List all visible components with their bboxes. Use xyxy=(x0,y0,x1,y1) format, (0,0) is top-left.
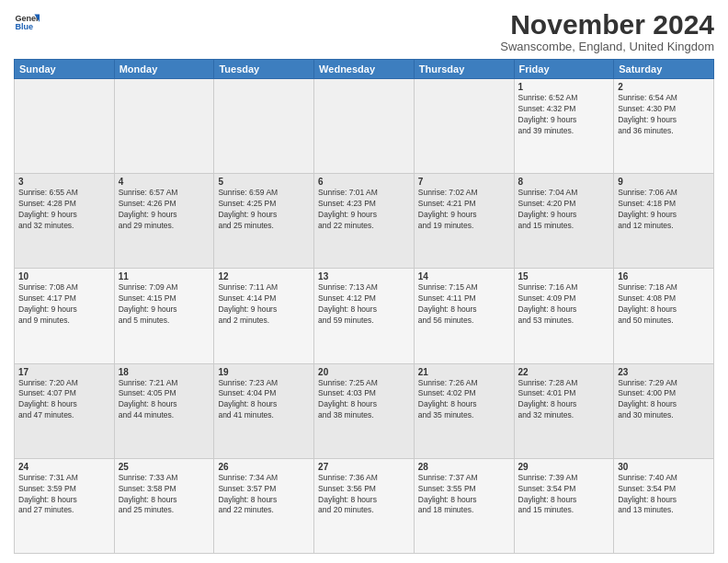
header: General Blue November 2024 Swanscombe, E… xyxy=(14,9,714,53)
calendar-cell: 9Sunrise: 7:06 AM Sunset: 4:18 PM Daylig… xyxy=(614,174,714,269)
location: Swanscombe, England, United Kingdom xyxy=(500,40,714,53)
calendar-cell xyxy=(114,79,214,174)
calendar-cell: 1Sunrise: 6:52 AM Sunset: 4:32 PM Daylig… xyxy=(514,79,614,174)
day-info: Sunrise: 7:23 AM Sunset: 4:04 PM Dayligh… xyxy=(218,378,310,422)
day-number: 2 xyxy=(618,82,710,92)
calendar-week-5: 24Sunrise: 7:31 AM Sunset: 3:59 PM Dayli… xyxy=(15,458,714,553)
day-number: 13 xyxy=(318,271,410,282)
day-number: 12 xyxy=(218,271,310,282)
svg-text:Blue: Blue xyxy=(15,22,33,31)
day-number: 3 xyxy=(18,177,110,187)
day-info: Sunrise: 7:08 AM Sunset: 4:17 PM Dayligh… xyxy=(18,282,110,327)
day-info: Sunrise: 7:33 AM Sunset: 3:58 PM Dayligh… xyxy=(119,473,210,517)
day-number: 23 xyxy=(618,367,710,377)
calendar-cell: 14Sunrise: 7:15 AM Sunset: 4:11 PM Dayli… xyxy=(414,269,514,363)
calendar-cell: 6Sunrise: 7:01 AM Sunset: 4:23 PM Daylig… xyxy=(314,174,415,269)
day-info: Sunrise: 7:21 AM Sunset: 4:05 PM Dayligh… xyxy=(119,378,210,422)
calendar-cell: 11Sunrise: 7:09 AM Sunset: 4:15 PM Dayli… xyxy=(114,269,214,363)
weekday-header-saturday: Saturday xyxy=(614,60,714,79)
day-info: Sunrise: 7:18 AM Sunset: 4:08 PM Dayligh… xyxy=(618,282,710,327)
day-info: Sunrise: 7:36 AM Sunset: 3:56 PM Dayligh… xyxy=(318,473,410,517)
day-info: Sunrise: 7:16 AM Sunset: 4:09 PM Dayligh… xyxy=(518,282,610,327)
calendar-cell: 19Sunrise: 7:23 AM Sunset: 4:04 PM Dayli… xyxy=(214,363,314,458)
day-info: Sunrise: 7:29 AM Sunset: 4:00 PM Dayligh… xyxy=(618,378,710,422)
day-number: 9 xyxy=(618,177,710,187)
day-number: 22 xyxy=(518,367,610,377)
calendar-week-1: 1Sunrise: 6:52 AM Sunset: 4:32 PM Daylig… xyxy=(15,79,714,174)
day-number: 30 xyxy=(618,462,710,472)
day-info: Sunrise: 7:01 AM Sunset: 4:23 PM Dayligh… xyxy=(318,188,410,232)
weekday-header-tuesday: Tuesday xyxy=(214,60,314,79)
logo-icon: General Blue xyxy=(14,9,40,35)
calendar-cell: 8Sunrise: 7:04 AM Sunset: 4:20 PM Daylig… xyxy=(514,174,614,269)
day-info: Sunrise: 7:37 AM Sunset: 3:55 PM Dayligh… xyxy=(418,473,510,517)
weekday-header-wednesday: Wednesday xyxy=(314,60,415,79)
calendar-cell: 26Sunrise: 7:34 AM Sunset: 3:57 PM Dayli… xyxy=(214,458,314,553)
calendar-week-4: 17Sunrise: 7:20 AM Sunset: 4:07 PM Dayli… xyxy=(15,363,714,458)
day-info: Sunrise: 7:13 AM Sunset: 4:12 PM Dayligh… xyxy=(318,282,410,327)
logo: General Blue xyxy=(14,9,40,35)
day-info: Sunrise: 6:55 AM Sunset: 4:28 PM Dayligh… xyxy=(18,188,110,232)
day-info: Sunrise: 6:52 AM Sunset: 4:32 PM Dayligh… xyxy=(518,93,610,137)
calendar-header: SundayMondayTuesdayWednesdayThursdayFrid… xyxy=(15,60,714,79)
weekday-row: SundayMondayTuesdayWednesdayThursdayFrid… xyxy=(15,60,714,79)
calendar-cell: 30Sunrise: 7:40 AM Sunset: 3:54 PM Dayli… xyxy=(614,458,714,553)
calendar-week-3: 10Sunrise: 7:08 AM Sunset: 4:17 PM Dayli… xyxy=(15,269,714,363)
day-number: 26 xyxy=(218,462,310,472)
weekday-header-monday: Monday xyxy=(114,60,214,79)
day-info: Sunrise: 7:26 AM Sunset: 4:02 PM Dayligh… xyxy=(418,378,510,422)
calendar-cell: 12Sunrise: 7:11 AM Sunset: 4:14 PM Dayli… xyxy=(214,269,314,363)
day-info: Sunrise: 7:15 AM Sunset: 4:11 PM Dayligh… xyxy=(418,282,510,327)
calendar-cell: 18Sunrise: 7:21 AM Sunset: 4:05 PM Dayli… xyxy=(114,363,214,458)
day-number: 18 xyxy=(119,367,210,377)
day-info: Sunrise: 7:31 AM Sunset: 3:59 PM Dayligh… xyxy=(18,473,110,517)
day-info: Sunrise: 7:28 AM Sunset: 4:01 PM Dayligh… xyxy=(518,378,610,422)
calendar-cell: 28Sunrise: 7:37 AM Sunset: 3:55 PM Dayli… xyxy=(414,458,514,553)
calendar-cell: 4Sunrise: 6:57 AM Sunset: 4:26 PM Daylig… xyxy=(114,174,214,269)
calendar-cell: 17Sunrise: 7:20 AM Sunset: 4:07 PM Dayli… xyxy=(15,363,115,458)
calendar-body: 1Sunrise: 6:52 AM Sunset: 4:32 PM Daylig… xyxy=(15,79,714,554)
day-number: 1 xyxy=(518,82,610,92)
calendar-cell: 15Sunrise: 7:16 AM Sunset: 4:09 PM Dayli… xyxy=(514,269,614,363)
day-info: Sunrise: 7:25 AM Sunset: 4:03 PM Dayligh… xyxy=(318,378,410,422)
day-number: 20 xyxy=(318,367,410,377)
day-number: 15 xyxy=(518,271,610,282)
day-info: Sunrise: 6:59 AM Sunset: 4:25 PM Dayligh… xyxy=(218,188,310,232)
day-number: 29 xyxy=(518,462,610,472)
day-number: 25 xyxy=(119,462,210,472)
calendar-cell: 27Sunrise: 7:36 AM Sunset: 3:56 PM Dayli… xyxy=(314,458,415,553)
day-info: Sunrise: 7:34 AM Sunset: 3:57 PM Dayligh… xyxy=(218,473,310,517)
weekday-header-thursday: Thursday xyxy=(414,60,514,79)
day-number: 7 xyxy=(418,177,510,187)
calendar-cell: 25Sunrise: 7:33 AM Sunset: 3:58 PM Dayli… xyxy=(114,458,214,553)
day-number: 14 xyxy=(418,271,510,282)
day-number: 24 xyxy=(18,462,110,472)
day-number: 19 xyxy=(218,367,310,377)
day-info: Sunrise: 7:09 AM Sunset: 4:15 PM Dayligh… xyxy=(119,282,210,327)
calendar-cell xyxy=(15,79,115,174)
day-info: Sunrise: 7:39 AM Sunset: 3:54 PM Dayligh… xyxy=(518,473,610,517)
day-number: 5 xyxy=(218,177,310,187)
calendar-cell: 2Sunrise: 6:54 AM Sunset: 4:30 PM Daylig… xyxy=(614,79,714,174)
calendar-cell xyxy=(314,79,415,174)
calendar-cell: 24Sunrise: 7:31 AM Sunset: 3:59 PM Dayli… xyxy=(15,458,115,553)
day-number: 16 xyxy=(618,271,710,282)
calendar-table: SundayMondayTuesdayWednesdayThursdayFrid… xyxy=(14,59,714,554)
calendar-cell: 22Sunrise: 7:28 AM Sunset: 4:01 PM Dayli… xyxy=(514,363,614,458)
day-number: 17 xyxy=(18,367,110,377)
calendar-week-2: 3Sunrise: 6:55 AM Sunset: 4:28 PM Daylig… xyxy=(15,174,714,269)
day-info: Sunrise: 6:54 AM Sunset: 4:30 PM Dayligh… xyxy=(618,93,710,137)
calendar-cell: 23Sunrise: 7:29 AM Sunset: 4:00 PM Dayli… xyxy=(614,363,714,458)
day-number: 27 xyxy=(318,462,410,472)
calendar-cell: 10Sunrise: 7:08 AM Sunset: 4:17 PM Dayli… xyxy=(15,269,115,363)
day-info: Sunrise: 7:02 AM Sunset: 4:21 PM Dayligh… xyxy=(418,188,510,232)
weekday-header-sunday: Sunday xyxy=(15,60,115,79)
calendar-cell: 16Sunrise: 7:18 AM Sunset: 4:08 PM Dayli… xyxy=(614,269,714,363)
day-info: Sunrise: 7:06 AM Sunset: 4:18 PM Dayligh… xyxy=(618,188,710,232)
day-info: Sunrise: 7:40 AM Sunset: 3:54 PM Dayligh… xyxy=(618,473,710,517)
day-number: 11 xyxy=(119,271,210,282)
weekday-header-friday: Friday xyxy=(514,60,614,79)
day-number: 8 xyxy=(518,177,610,187)
calendar-cell xyxy=(414,79,514,174)
day-number: 4 xyxy=(119,177,210,187)
